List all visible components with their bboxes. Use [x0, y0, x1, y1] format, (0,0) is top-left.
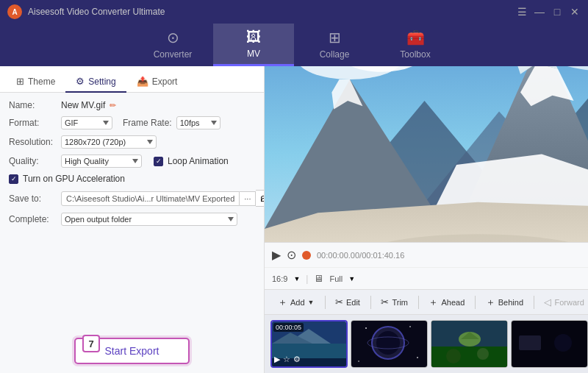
separator1: |: [306, 274, 308, 284]
trim-label: Trim: [392, 298, 408, 307]
svg-point-38: [446, 349, 461, 363]
forward-label: Forward: [554, 298, 584, 307]
edit-icon[interactable]: ✏: [110, 101, 116, 110]
quality-row: Quality: High Quality Medium Quality Low…: [9, 154, 255, 168]
filmstrip-thumb-4[interactable]: [511, 320, 588, 368]
step-badge: 7: [82, 335, 100, 352]
complete-row: Complete: Open output folder Do nothing …: [9, 213, 255, 226]
resolution-select[interactable]: 1280x720 (720p) 1920x1080 (1080p) 854x48…: [61, 135, 157, 149]
gpu-checkbox[interactable]: [9, 174, 18, 184]
add-dropdown-arrow: ▼: [308, 299, 315, 306]
format-row: Format: GIF MP4 AVI MOV Frame Rate: 10fp…: [9, 116, 255, 129]
behind-button[interactable]: ＋ Behind: [480, 293, 529, 312]
size-dropdown[interactable]: ▼: [348, 275, 355, 283]
mountain-scene-svg: AISEESOFT: [265, 66, 588, 242]
thumb1-time: 00:00:05: [273, 323, 304, 332]
forward-button[interactable]: ◁ Forward: [538, 294, 588, 310]
tab-mv[interactable]: 🖼 MV: [213, 24, 294, 66]
export-icon: 📤: [137, 76, 148, 87]
filmstrip-thumb-1[interactable]: 00:00:05 ▶ ☆ ⚙: [270, 320, 348, 368]
ahead-icon: ＋: [429, 296, 438, 309]
save-folder-btn[interactable]: 🗁: [256, 190, 264, 207]
subtab-setting[interactable]: ⚙ Setting: [65, 71, 126, 93]
tab-toolbox-label: Toolbox: [400, 49, 430, 60]
tab-toolbox[interactable]: 🧰 Toolbox: [375, 24, 456, 66]
thumb1-settings-icon[interactable]: ⚙: [293, 355, 301, 364]
quality-label: Quality:: [9, 156, 57, 166]
thumb1-controls: ▶ ☆ ⚙: [274, 355, 301, 364]
trim-button[interactable]: ✂ Trim: [375, 294, 414, 310]
format-select[interactable]: GIF MP4 AVI MOV: [61, 116, 112, 129]
add-button[interactable]: ＋ Add ▼: [272, 293, 320, 312]
name-label: Name:: [9, 100, 57, 110]
svg-rect-40: [519, 335, 541, 350]
behind-icon: ＋: [486, 296, 495, 309]
loop-label: Loop Animation: [168, 156, 229, 166]
thumb3-preview: [431, 321, 508, 368]
title-bar: A Aiseesoft Video Converter Ultimate ☰ —…: [0, 0, 588, 24]
add-label: Add: [290, 298, 305, 307]
app-title: Aiseesoft Video Converter Ultimate: [28, 7, 516, 17]
thumb1-star-icon[interactable]: ☆: [283, 355, 290, 364]
close-btn[interactable]: ✕: [569, 6, 581, 18]
right-panel: AISEESOFT ▶ ⊙ 00:00:00.00/00:01:40.16 🔊 …: [265, 66, 588, 373]
tab-converter[interactable]: ⊙ Converter: [132, 24, 213, 66]
filmstrip-thumb-3[interactable]: [431, 320, 508, 368]
bottom-toolbar: ＋ Add ▼ ✂ Edit ✂ Trim ＋ Ahead ＋ Behi: [265, 289, 588, 314]
toolbox-icon: 🧰: [406, 29, 425, 46]
ahead-button[interactable]: ＋ Ahead: [423, 293, 470, 312]
ratio-dropdown[interactable]: ▼: [293, 275, 300, 283]
time-display: 00:00:00.00/00:01:40.16: [317, 251, 404, 260]
saveto-row: Save to: C:\Aiseesoft Studio\Ai...r Ulti…: [9, 190, 255, 207]
save-path: C:\Aiseesoft Studio\Ai...r Ultimate\MV E…: [61, 191, 240, 206]
loop-checkbox[interactable]: [154, 157, 163, 166]
edit-button[interactable]: ✂ Edit: [329, 294, 366, 310]
trim-icon: ✂: [381, 296, 389, 308]
play-btn[interactable]: ▶: [272, 248, 281, 262]
name-row: Name: New MV.gif ✏: [9, 100, 255, 110]
mv-icon: 🖼: [246, 29, 261, 46]
ahead-label: Ahead: [441, 298, 465, 307]
svg-point-30: [417, 357, 418, 358]
gpu-label: Turn on GPU Acceleration: [23, 174, 125, 184]
svg-rect-33: [431, 347, 508, 368]
tab-collage-label: Collage: [320, 49, 350, 60]
window-controls: ☰ — □ ✕: [516, 6, 581, 18]
subtab-setting-label: Setting: [88, 77, 115, 87]
filmstrip: 00:00:05 ▶ ☆ ⚙: [265, 314, 588, 373]
tab-collage[interactable]: ⊞ Collage: [294, 24, 375, 66]
save-dots-btn[interactable]: ···: [240, 191, 256, 206]
svg-point-28: [365, 327, 367, 329]
framerate-select[interactable]: 10fps 15fps 24fps 30fps: [176, 116, 220, 129]
thumb1-play-icon[interactable]: ▶: [274, 355, 280, 364]
edit-label: Edit: [346, 298, 360, 307]
subtab-export-label: Export: [152, 77, 178, 87]
subtab-export[interactable]: 📤 Export: [126, 71, 188, 93]
filmstrip-thumb-2[interactable]: [351, 320, 428, 368]
svg-point-29: [409, 326, 411, 327]
maximize-btn[interactable]: □: [551, 6, 563, 18]
minimize-btn[interactable]: —: [534, 6, 545, 18]
name-value: New MV.gif: [61, 100, 105, 110]
subtab-theme[interactable]: ⊞ Theme: [6, 71, 65, 93]
export-section: 7 Start Export: [0, 329, 264, 373]
format-label: Format:: [9, 118, 57, 128]
svg-point-41: [554, 334, 572, 352]
complete-select[interactable]: Open output folder Do nothing Shut down: [61, 213, 237, 226]
subtab-theme-label: Theme: [28, 77, 55, 87]
video-controls-row2: 16:9 ▼ | 🖥 Full ▼ 00:00:00.00/00:01:40.1…: [265, 267, 588, 289]
add-icon: ＋: [278, 296, 287, 309]
collage-icon: ⊞: [329, 29, 341, 46]
menu-icon[interactable]: ☰: [516, 6, 528, 18]
converter-icon: ⊙: [167, 29, 179, 46]
svg-point-26: [376, 331, 400, 355]
theme-icon: ⊞: [16, 76, 24, 87]
size-value: Full: [329, 274, 343, 283]
thumb2-preview: [351, 321, 428, 368]
complete-label: Complete:: [9, 214, 57, 224]
stop-btn[interactable]: ⊙: [287, 248, 296, 262]
quality-select[interactable]: High Quality Medium Quality Low Quality: [61, 154, 142, 168]
forward-icon: ◁: [544, 296, 551, 308]
resolution-row: Resolution: 1280x720 (720p) 1920x1080 (1…: [9, 135, 255, 149]
video-controls: ▶ ⊙ 00:00:00.00/00:01:40.16 🔊 Start Expo…: [265, 242, 588, 267]
